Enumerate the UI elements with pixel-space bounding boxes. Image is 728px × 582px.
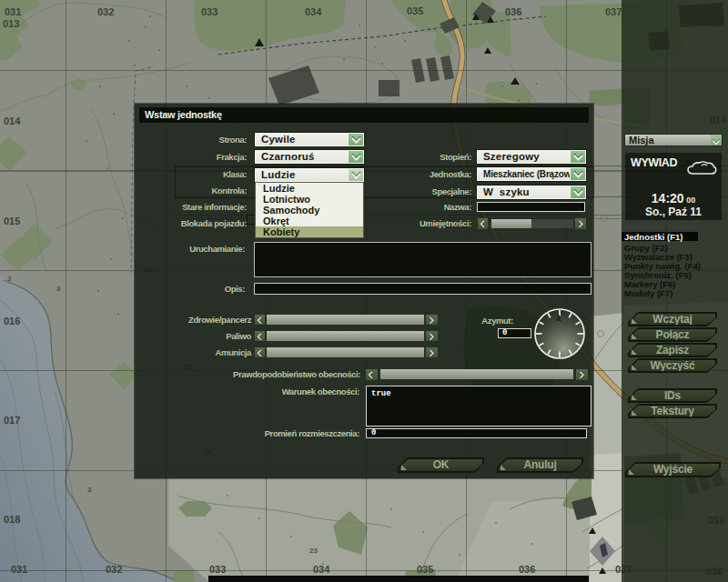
svg-text:23: 23 [309,547,318,555]
svg-text:3: 3 [87,486,92,494]
svg-text:3: 3 [56,285,61,293]
svg-text:033: 033 [209,564,226,575]
svg-text:034: 034 [305,6,322,17]
svg-text:017: 017 [4,415,20,426]
svg-text:032: 032 [106,564,122,575]
svg-text:032: 032 [97,6,114,17]
svg-text:034: 034 [313,564,330,575]
svg-text:031: 031 [11,564,27,575]
svg-text:014: 014 [4,115,21,126]
svg-text:013: 013 [3,18,19,29]
svg-text:3: 3 [7,275,12,283]
svg-text:015: 015 [4,216,20,226]
svg-text:018: 018 [4,514,20,525]
svg-text:031: 031 [5,6,21,17]
svg-text:035: 035 [417,564,433,575]
svg-text:016: 016 [4,316,20,326]
svg-text:036: 036 [519,564,535,575]
svg-text:033: 033 [201,6,217,17]
svg-text:037: 037 [605,6,622,17]
svg-text:036: 036 [505,6,521,17]
svg-text:035: 035 [407,5,423,16]
